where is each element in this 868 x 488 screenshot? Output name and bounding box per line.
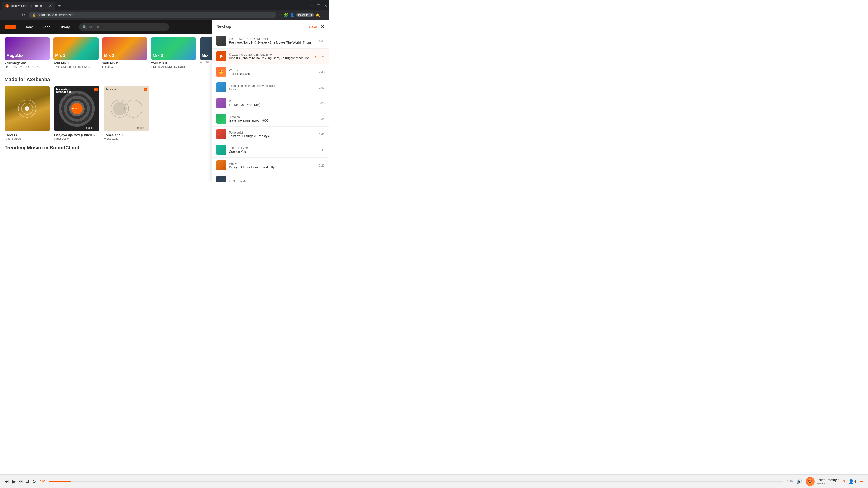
- queue-artist-7: THFPHILLY23: [229, 147, 316, 150]
- tab-bar: ♫ Discover the top streamed mus... ✕ + ─…: [0, 0, 329, 10]
- sc-badge-tones: ≡: [144, 88, 147, 91]
- search-bar[interactable]: 🔍: [79, 23, 169, 31]
- minimize-button[interactable]: ─: [310, 3, 313, 8]
- queue-info-5: lll melon leave me alone! (prod.rx808): [229, 115, 316, 122]
- play-icon: ▶: [200, 61, 202, 64]
- queue-info-6: Polterguist Trust Your Struggle Freestyl…: [229, 131, 316, 138]
- notifications-icon[interactable]: 🔔: [315, 13, 320, 17]
- next-up-actions: Clear ✕: [309, 24, 324, 29]
- next-up-title: Next up: [216, 24, 231, 29]
- queue-item-9[interactable]: Lo X tSuNaMi: [212, 173, 329, 182]
- profile-icon[interactable]: 👤: [290, 13, 294, 17]
- incognito-badge[interactable]: Incognito (2): [296, 13, 314, 17]
- queue-thumb-5: [216, 113, 226, 124]
- queue-item-5[interactable]: lll melon leave me alone! (prod.rx808) 2…: [212, 111, 329, 127]
- artist-card-tones[interactable]: station → ≡ Tones and I Tones and I Arti…: [104, 86, 149, 140]
- url-text: soundcloud.com/discover: [38, 13, 272, 17]
- library-nav-button[interactable]: Library: [56, 23, 73, 31]
- queue-item-3[interactable]: kilian michael caruth (babyfacekiller) L…: [212, 80, 329, 95]
- home-nav-button[interactable]: Home: [21, 23, 37, 31]
- next-up-header: Next up Clear ✕: [212, 20, 329, 33]
- queue-track-5: leave me alone! (prod.rx808): [229, 119, 316, 122]
- back-button[interactable]: ←: [4, 12, 9, 18]
- tab-title: Discover the top streamed mus...: [11, 4, 47, 7]
- next-up-panel: Next up Clear ✕ LIKE THAT UNDERGROUND Pr…: [212, 20, 329, 182]
- artist-card-karolg[interactable]: ● Karol G Artist station: [4, 86, 50, 140]
- refresh-button[interactable]: ↻: [21, 11, 26, 18]
- queue-info-9: Lo X tSuNaMi: [229, 180, 322, 182]
- queue-duration-5: 2:35: [319, 117, 324, 121]
- mix-card-1[interactable]: Mix 1 Your Mix 1 Taylor Swift, Tones and…: [53, 37, 98, 68]
- mix-label-3: Mix 3: [153, 53, 163, 58]
- artist-thumb-tones: station → ≡ Tones and I: [104, 86, 149, 131]
- soundcloud-logo[interactable]: [4, 25, 16, 29]
- station-label-dj: station →: [86, 126, 98, 129]
- mix-card-mega[interactable]: MegaMix Your MegaMix LIKE THAT UNDERGROU…: [4, 37, 50, 68]
- queue-item-7[interactable]: THFPHILLY23 Cool on You 2:41: [212, 142, 329, 158]
- queue-item-4[interactable]: Kuri Let Me Go [Prod. Kuri] 3:30: [212, 95, 329, 111]
- dj-name-overlay: Deejay-GijsCox (Official): [56, 88, 71, 93]
- queue-thumb-6: [216, 129, 226, 139]
- bookmark-icon[interactable]: ☆: [279, 13, 282, 17]
- queue-more-icon[interactable]: •••: [320, 54, 324, 59]
- active-tab[interactable]: ♫ Discover the top streamed mus... ✕: [2, 2, 55, 10]
- mix-thumbnail-4: Mix: [200, 37, 212, 60]
- close-queue-button[interactable]: ✕: [321, 24, 324, 29]
- mix-card-4[interactable]: Mix ▶ 569 ♥ 10 ⟳ 1: [200, 37, 212, 68]
- queue-duration-0: 6:31: [319, 39, 324, 42]
- vinyl-label: 2PROMILLE: [71, 103, 83, 114]
- mix-thumbnail-mega: MegaMix: [4, 37, 50, 60]
- artist-name-karolg: Karol G: [4, 133, 50, 137]
- mix-card-3[interactable]: Mix 3 Your Mix 3 LIKE THAT UNDERGROUN...: [151, 37, 196, 68]
- extensions-icon[interactable]: 🧩: [284, 13, 288, 17]
- queue-track-3: Lieing: [229, 88, 316, 91]
- feed-nav-button[interactable]: Feed: [39, 23, 54, 31]
- search-input[interactable]: [89, 25, 166, 29]
- queue-thumb-1: [216, 51, 226, 61]
- queue-item-8[interactable]: bittiny Bittiny - A letter to you (prod.…: [212, 158, 329, 173]
- queue-artist-2: Wavey: [229, 68, 316, 72]
- queue-track-0: Premiere: Tony H & Swavé - She Moves The…: [229, 41, 316, 44]
- forward-button[interactable]: →: [12, 12, 18, 18]
- made-for-title: Made for A24beaba: [4, 76, 207, 83]
- queue-duration-3: 2:57: [319, 86, 324, 89]
- mix-label-2: Mix 2: [104, 53, 114, 58]
- queue-thumb-7: [216, 145, 226, 155]
- close-window-button[interactable]: ✕: [324, 3, 327, 8]
- queue-item-6[interactable]: Polterguist Trust Your Struggle Freestyl…: [212, 127, 329, 142]
- queue-info-1: © 2020 Purge Gang Entertainment King K G…: [229, 53, 311, 60]
- queue-item[interactable]: LIKE THAT UNDERGROUND Premiere: Tony H &…: [212, 33, 329, 48]
- artist-type-dj: Artist station: [54, 137, 99, 140]
- new-tab-button[interactable]: +: [56, 2, 63, 9]
- bar1: [6, 27, 7, 28]
- queue-artist-4: Kuri: [229, 100, 316, 103]
- queue-item-playing[interactable]: © 2020 Purge Gang Entertainment King K G…: [212, 48, 329, 64]
- url-input[interactable]: 🔒 soundcloud.com/discover: [29, 12, 276, 18]
- mix-label-4: Mix: [202, 53, 209, 58]
- queue-item-2[interactable]: 😍 Wavey Trust Freestyle 2:48: [212, 64, 329, 80]
- clear-queue-button[interactable]: Clear: [309, 25, 317, 29]
- queue-info-7: THFPHILLY23 Cool on You: [229, 147, 316, 153]
- wavey-emoji: 😍: [216, 67, 226, 77]
- maximize-button[interactable]: ❐: [317, 3, 320, 8]
- soundcloud-bars: [6, 26, 14, 28]
- queue-artist-5: lll melon: [229, 115, 316, 119]
- mix-title-mega: Your MegaMix: [4, 61, 50, 65]
- main-nav: Home Feed Library: [21, 23, 73, 31]
- mix-title-2: Your Mix 2: [102, 61, 147, 65]
- vinyl-record: 2PROMILLE: [59, 91, 95, 127]
- mix-thumbnail-1: Mix 1: [53, 37, 98, 60]
- tab-close-button[interactable]: ✕: [49, 4, 52, 8]
- mix-card-2[interactable]: Mix 2 Your Mix 2 Lecrae & ...: [102, 37, 147, 68]
- queue-info-8: bittiny Bittiny - A letter to you (prod.…: [229, 162, 316, 169]
- artist-type-tones: Artist station: [104, 137, 149, 140]
- more-options-icon[interactable]: ⋮: [322, 13, 326, 17]
- play-triangle: [220, 55, 223, 58]
- queue-artist-6: Polterguist: [229, 131, 316, 134]
- artist-card-dj[interactable]: 2PROMILLE ≡ Deejay-GijsCox (Official) st…: [54, 86, 99, 140]
- made-for-section: Made for A24beaba ● Karol G: [0, 72, 212, 145]
- queue-artist-9: Lo X tSuNaMi: [229, 180, 322, 182]
- queue-artist-8: bittiny: [229, 162, 316, 165]
- center-dot: ●: [25, 106, 29, 111]
- queue-like-icon[interactable]: ♥: [314, 54, 317, 59]
